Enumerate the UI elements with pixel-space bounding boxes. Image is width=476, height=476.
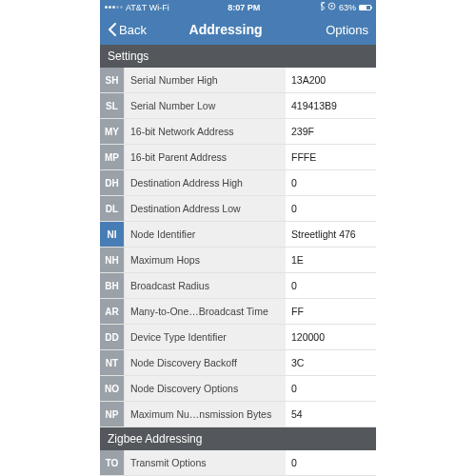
param-name: 16-bit Parent Address <box>125 145 286 169</box>
param-name: 16-bit Network Address <box>125 119 286 144</box>
param-code: NO <box>100 376 125 401</box>
param-value[interactable]: 3C <box>286 350 376 375</box>
param-code: DH <box>100 170 125 195</box>
status-bar: AT&T Wi-Fi 8:07 PM 63% <box>100 0 376 14</box>
param-value[interactable]: Streetlight 476 <box>286 222 376 247</box>
carrier-label: AT&T Wi-Fi <box>126 3 169 12</box>
param-value[interactable]: 120000 <box>286 325 376 349</box>
param-code: AR <box>100 299 125 324</box>
svg-rect-1 <box>331 5 333 7</box>
settings-row[interactable]: DHDestination Address High0 <box>100 170 376 196</box>
settings-row[interactable]: SLSerial Number Low419413B9 <box>100 93 376 119</box>
param-value[interactable]: FFFE <box>286 145 376 169</box>
param-value[interactable]: 13A200 <box>286 68 376 92</box>
param-value[interactable]: 0 <box>286 196 376 221</box>
param-code: NH <box>100 248 125 272</box>
param-name: Serial Number Low <box>125 93 286 118</box>
settings-row[interactable]: DLDestination Address Low0 <box>100 196 376 222</box>
param-name: Transmit Options <box>125 450 286 475</box>
param-value[interactable]: 0 <box>286 376 376 401</box>
options-button[interactable]: Options <box>326 23 368 37</box>
clock: 8:07 PM <box>169 3 319 12</box>
param-code: NI <box>100 222 125 247</box>
param-name: Destination Address High <box>125 170 286 195</box>
param-value[interactable]: FF <box>286 299 376 324</box>
section-header: Zigbee Addressing <box>100 427 376 450</box>
settings-row[interactable]: TOTransmit Options0 <box>100 450 376 476</box>
param-value[interactable]: 0 <box>286 170 376 195</box>
param-code: MP <box>100 145 125 169</box>
param-code: DL <box>100 196 125 221</box>
param-value[interactable]: 54 <box>286 402 376 426</box>
nav-bar: Back Addressing Options <box>100 14 376 45</box>
signal-dots-icon <box>105 6 123 9</box>
chevron-left-icon <box>108 23 117 36</box>
settings-row[interactable]: SHSerial Number High13A200 <box>100 68 376 93</box>
param-value[interactable]: 1E <box>286 248 376 272</box>
param-code: NP <box>100 402 125 426</box>
settings-row[interactable]: MP16-bit Parent AddressFFFE <box>100 145 376 170</box>
settings-row[interactable]: NTNode Discovery Backoff3C <box>100 350 376 376</box>
settings-row[interactable]: DDDevice Type Identifier120000 <box>100 325 376 350</box>
param-name: Node Discovery Backoff <box>125 350 286 375</box>
settings-row[interactable]: BHBroadcast Radius0 <box>100 273 376 299</box>
settings-row[interactable]: MY16-bit Network Address239F <box>100 119 376 145</box>
param-value[interactable]: 0 <box>286 450 376 475</box>
param-value[interactable]: 239F <box>286 119 376 144</box>
page-title: Addressing <box>126 22 326 37</box>
param-code: MY <box>100 119 125 144</box>
param-name: Maximum Hops <box>125 248 286 272</box>
settings-row[interactable]: NONode Discovery Options0 <box>100 376 376 402</box>
battery-pct: 63% <box>339 3 356 12</box>
param-value[interactable]: 0 <box>286 273 376 298</box>
param-code: SL <box>100 93 125 118</box>
param-name: Serial Number High <box>125 68 286 92</box>
param-name: Maximum Nu…nsmission Bytes <box>125 402 286 426</box>
settings-row[interactable]: NINode IdentifierStreetlight 476 <box>100 222 376 248</box>
battery-icon <box>359 5 371 10</box>
settings-row[interactable]: ARMany-to-One…Broadcast TimeFF <box>100 299 376 325</box>
param-code: BH <box>100 273 125 298</box>
phone-frame: AT&T Wi-Fi 8:07 PM 63% Back Addressing O… <box>100 0 376 476</box>
bluetooth-icon <box>319 2 325 12</box>
param-code: NT <box>100 350 125 375</box>
section-header: Settings <box>100 45 376 68</box>
param-code: DD <box>100 325 125 349</box>
param-name: Many-to-One…Broadcast Time <box>125 299 286 324</box>
param-code: SH <box>100 68 125 92</box>
param-code: TO <box>100 450 125 475</box>
param-name: Node Identifier <box>125 222 286 247</box>
orientation-lock-icon <box>327 2 336 12</box>
param-name: Node Discovery Options <box>125 376 286 401</box>
settings-list[interactable]: SettingsSHSerial Number High13A200SLSeri… <box>100 45 376 476</box>
settings-row[interactable]: NHMaximum Hops1E <box>100 248 376 273</box>
param-name: Broadcast Radius <box>125 273 286 298</box>
param-name: Destination Address Low <box>125 196 286 221</box>
param-name: Device Type Identifier <box>125 325 286 349</box>
param-value[interactable]: 419413B9 <box>286 93 376 118</box>
settings-row[interactable]: NPMaximum Nu…nsmission Bytes54 <box>100 402 376 427</box>
